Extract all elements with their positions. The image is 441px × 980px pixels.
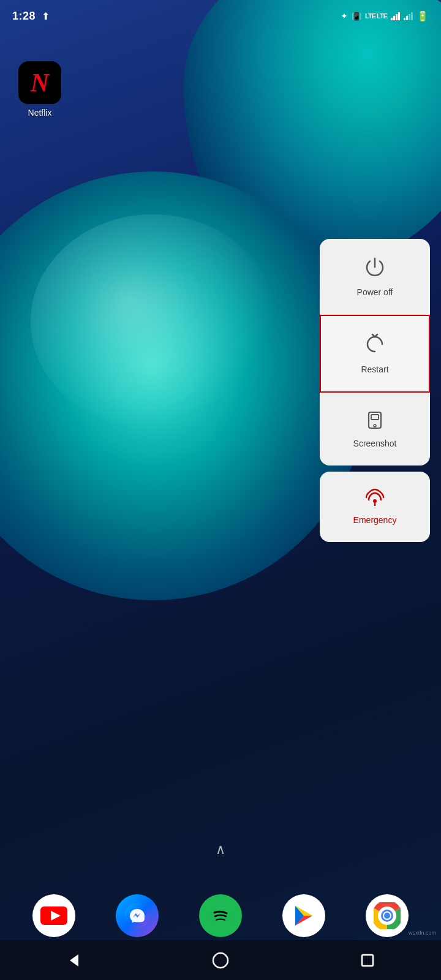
power-menu: Power off Restart	[320, 239, 430, 542]
restart-icon	[364, 333, 386, 360]
navigation-bar	[0, 940, 441, 980]
bottom-dock	[0, 894, 441, 937]
screenshot-button[interactable]: Screenshot	[320, 393, 430, 466]
emergency-icon	[364, 489, 386, 510]
emergency-label: Emergency	[353, 515, 397, 525]
screen: 1:28 ⬆ ✦ 📳 LTE LTE	[0, 0, 441, 980]
emergency-button[interactable]: Emergency	[320, 472, 430, 542]
power-menu-bottom-card: Emergency	[320, 472, 430, 542]
chrome-app-icon[interactable]	[366, 894, 409, 937]
svg-point-2	[374, 424, 376, 427]
status-bar: 1:28 ⬆ ✦ 📳 LTE LTE	[0, 0, 441, 32]
netflix-app-icon[interactable]: N Netflix	[18, 61, 61, 118]
back-button[interactable]	[58, 945, 89, 976]
screenshot-label: Screenshot	[353, 439, 397, 448]
signal-bars-1	[391, 12, 400, 20]
screenshot-icon	[365, 410, 385, 434]
lte-label: LTE LTE	[365, 12, 387, 20]
power-menu-top-card: Power off Restart	[320, 239, 430, 466]
status-time: 1:28	[12, 10, 36, 23]
swipe-arrow-icon: ∧	[216, 842, 225, 857]
recents-button[interactable]	[352, 945, 383, 976]
power-off-button[interactable]: Power off	[320, 239, 430, 315]
upload-icon: ⬆	[42, 10, 50, 22]
svg-marker-17	[70, 954, 78, 967]
svg-rect-1	[371, 415, 379, 420]
status-right: ✦ 📳 LTE LTE 🔋	[341, 10, 429, 22]
power-off-icon	[364, 256, 386, 282]
swipe-indicator: ∧	[216, 842, 225, 858]
bluetooth-icon: ✦	[341, 11, 348, 21]
netflix-letter: N	[31, 68, 49, 97]
home-button[interactable]	[205, 945, 236, 976]
signal-bars-2	[404, 12, 413, 20]
netflix-label: Netflix	[28, 108, 52, 118]
spotify-app-icon[interactable]	[199, 894, 242, 937]
svg-point-16	[384, 913, 390, 919]
play-store-app-icon[interactable]	[282, 894, 325, 937]
restart-label: Restart	[361, 364, 388, 374]
battery-icon: 🔋	[417, 10, 429, 22]
vibrate-icon: 📳	[352, 12, 361, 21]
netflix-icon-graphic: N	[18, 61, 61, 104]
youtube-app-icon[interactable]	[32, 894, 75, 937]
messenger-app-icon[interactable]	[116, 894, 159, 937]
svg-point-18	[213, 953, 228, 968]
restart-button[interactable]: Restart	[320, 315, 430, 393]
status-left: 1:28 ⬆	[12, 10, 50, 23]
svg-rect-19	[362, 955, 373, 966]
power-off-label: Power off	[357, 287, 393, 297]
